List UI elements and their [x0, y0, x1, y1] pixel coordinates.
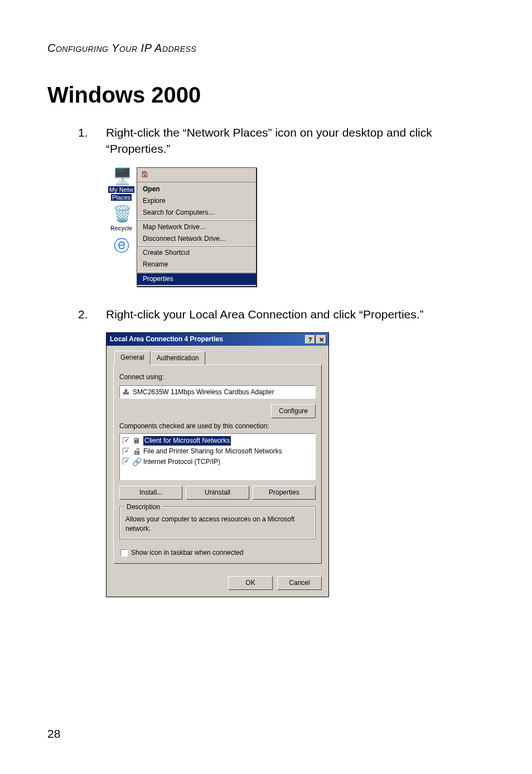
- section-header: Configuring Your IP Address: [47, 42, 485, 55]
- page-number: 28: [47, 727, 60, 741]
- context-menu: 🖻 Open Explore Search for Computers… Map…: [137, 167, 257, 287]
- component-label: Client for Microsoft Networks: [143, 436, 231, 446]
- components-label: Components checked are used by this conn…: [119, 422, 316, 431]
- desktop-icons-column: 🖥️ My Netw Places 🗑️ Recycle ⓔ: [106, 167, 137, 255]
- ctx-open[interactable]: Open: [137, 183, 256, 195]
- adapter-icon: 🖧: [123, 388, 129, 397]
- adapter-name: SMC2635W 11Mbps Wireless Cardbus Adapter: [133, 388, 274, 397]
- tab-general[interactable]: General: [114, 351, 151, 365]
- general-panel: Connect using: 🖧 SMC2635W 11Mbps Wireles…: [113, 364, 322, 564]
- network-places-icon: 🖥️: [113, 167, 130, 185]
- ie-icon: ⓔ: [113, 237, 130, 255]
- install-button[interactable]: Install...: [119, 486, 182, 500]
- step-2: Right-click your Local Area Connection a…: [78, 306, 485, 597]
- ctx-search[interactable]: Search for Computers…: [137, 207, 256, 219]
- context-menu-header-icon: 🖻: [137, 168, 256, 183]
- ctx-properties[interactable]: Properties: [137, 273, 256, 285]
- component-tcpip[interactable]: ✓ 🔗 Internet Protocol (TCP/IP): [122, 457, 313, 467]
- description-text: Allows your computer to access resources…: [125, 515, 294, 533]
- tab-authentication[interactable]: Authentication: [151, 351, 205, 365]
- service-icon: 🖨: [132, 447, 141, 456]
- components-list[interactable]: ✓ 🖥 Client for Microsoft Networks ✓ 🖨 Fi…: [119, 433, 316, 480]
- dialog-tabs: General Authentication: [114, 350, 322, 364]
- ctx-explore[interactable]: Explore: [137, 195, 256, 207]
- step-2-text: Right-click your Local Area Connection a…: [106, 308, 424, 321]
- component-label: File and Printer Sharing for Microsoft N…: [143, 447, 282, 456]
- show-icon-label: Show icon in taskbar when connected: [131, 548, 243, 558]
- ctx-map-drive[interactable]: Map Network Drive…: [137, 221, 256, 233]
- recycle-bin-icon: 🗑️: [113, 205, 130, 223]
- client-icon: 🖥: [132, 436, 141, 445]
- dialog-titlebar: Local Area Connection 4 Properties ? ✕: [107, 333, 328, 346]
- network-places-label-2: Places: [111, 194, 132, 201]
- cancel-button[interactable]: Cancel: [277, 576, 322, 590]
- step-1: Right-click the “Network Places” icon on…: [78, 124, 485, 287]
- checkbox-icon[interactable]: ✓: [123, 448, 130, 455]
- network-places-label-1: My Netw: [108, 186, 134, 193]
- configure-button[interactable]: Configure: [271, 404, 316, 418]
- connect-using-label: Connect using:: [119, 373, 316, 382]
- adapter-field: 🖧 SMC2635W 11Mbps Wireless Cardbus Adapt…: [119, 385, 316, 399]
- page-title: Windows 2000: [47, 83, 485, 108]
- description-group: Description Allows your computer to acce…: [119, 506, 316, 540]
- protocol-icon: 🔗: [132, 457, 141, 466]
- ctx-rename[interactable]: Rename: [137, 259, 256, 270]
- component-label: Internet Protocol (TCP/IP): [143, 457, 220, 467]
- lac-properties-dialog: Local Area Connection 4 Properties ? ✕ G…: [106, 332, 329, 597]
- recycle-bin-label: Recycle: [110, 224, 132, 233]
- dialog-title-text: Local Area Connection 4 Properties: [110, 335, 223, 344]
- ok-button[interactable]: OK: [228, 576, 273, 590]
- description-title: Description: [124, 502, 162, 512]
- component-client-ms-networks[interactable]: ✓ 🖥 Client for Microsoft Networks: [122, 436, 313, 446]
- show-icon-row: Show icon in taskbar when connected: [120, 548, 316, 558]
- ctx-create-shortcut[interactable]: Create Shortcut: [137, 247, 256, 259]
- step-1-text: Right-click the “Network Places” icon on…: [106, 126, 432, 155]
- close-button[interactable]: ✕: [316, 335, 326, 344]
- uninstall-button[interactable]: Uninstall: [186, 486, 249, 500]
- component-file-printer-sharing[interactable]: ✓ 🖨 File and Printer Sharing for Microso…: [122, 446, 313, 457]
- ctx-disconnect-drive[interactable]: Disconnect Network Drive…: [137, 233, 256, 245]
- properties-button[interactable]: Properties: [253, 486, 316, 500]
- help-button[interactable]: ?: [305, 335, 315, 344]
- checkbox-icon[interactable]: ✓: [123, 458, 130, 465]
- show-icon-checkbox[interactable]: [120, 549, 128, 557]
- checkbox-icon[interactable]: ✓: [123, 437, 130, 444]
